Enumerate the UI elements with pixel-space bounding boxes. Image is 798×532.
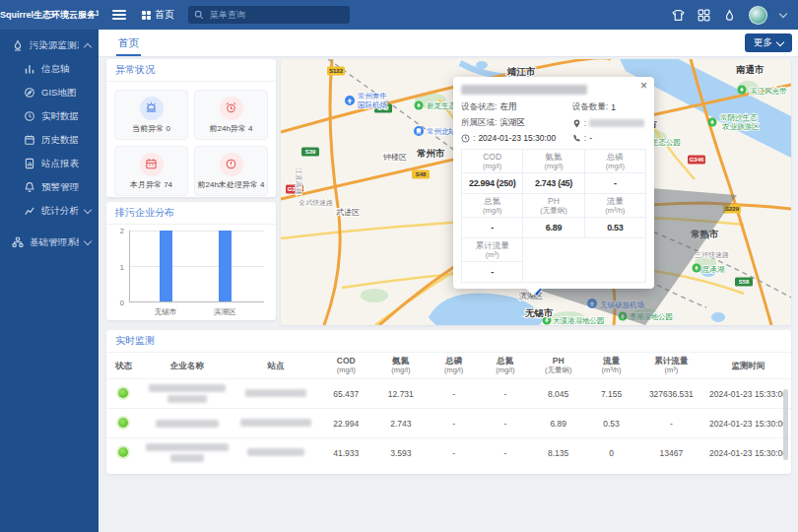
chart-x-axis: 无锡市 滨湖区 xyxy=(129,304,264,318)
field-label: 设备状态: xyxy=(461,101,497,113)
sidebar-item-label: GIS地图 xyxy=(41,87,91,100)
metric-value-ph: 6.89 xyxy=(523,218,584,238)
more-button[interactable]: 更多 xyxy=(745,33,792,52)
table-header-row: 状态 企业名称 站点 COD(mg/l) 氨氮(mg/l) 总磷(mg/l) 总… xyxy=(106,353,791,379)
svg-text:常州市: 常州市 xyxy=(417,148,445,159)
svg-text:三环快速路: 三环快速路 xyxy=(695,251,729,259)
redacted-company-name xyxy=(167,395,207,403)
sidebar-item-realtime-data[interactable]: 实时数据 xyxy=(0,104,99,128)
pollution-system-icon xyxy=(12,39,24,51)
phone-value: - xyxy=(589,133,592,143)
status-dot xyxy=(118,447,128,457)
enterprise-distribution-panel: 排污企业分布 2 1 0 无锡市 滨湖区 xyxy=(106,202,276,320)
sidebar-item-statistics[interactable]: 统计分析 xyxy=(0,199,99,223)
realtime-monitor-table: 状态 企业名称 站点 COD(mg/l) 氨氮(mg/l) 总磷(mg/l) 总… xyxy=(106,353,791,467)
svg-text:大溪港湿地公园: 大溪港湿地公园 xyxy=(553,316,605,325)
metric-value-flow: 0.53 xyxy=(585,218,646,238)
svg-text:生态公园: 生态公园 xyxy=(650,138,681,147)
sidebar-item-alert-management[interactable]: 预警管理 xyxy=(0,175,99,199)
sidebar-item-station-report[interactable]: 站点报表 xyxy=(0,152,99,175)
svg-text:S39: S39 xyxy=(305,149,316,155)
app-logo: Squirrel生态环境云服务平台 xyxy=(0,9,99,22)
sidebar-item-label: 站点报表 xyxy=(41,158,91,170)
svg-text:无锡市: 无锡市 xyxy=(524,307,554,318)
sidebar-item-label: 统计分析 xyxy=(41,205,79,218)
svg-text:靖江市: 靖江市 xyxy=(506,66,536,77)
location-pin-icon xyxy=(572,119,581,128)
table-row[interactable]: 65.437 12.731 - - 8.045 7.155 327636.531… xyxy=(106,379,791,409)
sidebar-item-label: 预警管理 xyxy=(41,181,91,194)
sidebar-group-pollution-monitor[interactable]: 污染源监测系统 xyxy=(0,33,99,57)
search-input[interactable] xyxy=(208,9,330,21)
line-chart-icon xyxy=(24,205,35,217)
calendar-alert-icon xyxy=(140,153,164,176)
chevron-down-icon[interactable] xyxy=(779,10,787,18)
stat-card-unhandled-abnormal: 前24h未处理异常 4 xyxy=(194,146,268,196)
panel-title: 异常状况 xyxy=(106,59,276,82)
menu-search[interactable] xyxy=(188,6,350,24)
alert-bell-icon xyxy=(24,181,35,193)
redacted-station-name xyxy=(247,448,304,456)
sidebar-item-info-axis[interactable]: 信息轴 xyxy=(0,57,99,81)
sidebar-group-label: 污染源监测系统 xyxy=(30,39,79,52)
hamburger-icon[interactable] xyxy=(112,10,126,20)
topbar-actions xyxy=(672,6,798,25)
table-scrollbar[interactable] xyxy=(783,389,788,460)
panel-title: 排污企业分布 xyxy=(106,202,276,225)
chevron-up-icon xyxy=(84,42,92,50)
airport-icon xyxy=(345,96,355,105)
park-icon xyxy=(708,118,717,127)
bar-chart-icon xyxy=(24,63,35,75)
map-panel[interactable]: S122 G42 S39 G312 S48 G2 S19 G346 S229 S… xyxy=(281,59,791,325)
sidebar-item-gis-map[interactable]: GIS地图 xyxy=(0,81,99,104)
more-button-label: 更多 xyxy=(754,36,772,49)
metric-value-total-flow: - xyxy=(462,262,523,283)
table-row[interactable]: 41.933 3.593 - - 8.135 0 13467 2024-01-2… xyxy=(106,438,791,468)
svg-text:S48: S48 xyxy=(416,171,427,177)
flame-icon[interactable] xyxy=(723,9,736,22)
user-avatar[interactable] xyxy=(749,6,767,25)
theme-skin-icon[interactable] xyxy=(672,9,685,22)
topbar: Squirrel生态环境云服务平台 首页 xyxy=(0,0,798,30)
sidebar-group-base-system[interactable]: 基础管理系统 xyxy=(0,231,99,254)
chevron-down-icon xyxy=(84,206,92,214)
redacted-company-name xyxy=(156,420,219,428)
redacted-station-name xyxy=(461,85,587,95)
svg-text:江宜高速: 江宜高速 xyxy=(295,167,302,195)
svg-text:常阴沙生态: 常阴沙生态 xyxy=(720,113,758,122)
sidebar-item-label: 历史数据 xyxy=(41,134,91,147)
svg-text:金武快速路: 金武快速路 xyxy=(299,199,333,207)
app-window: Squirrel生态环境云服务平台 首页 污染源监测系统 xyxy=(0,0,798,532)
abnormal-status-panel: 异常状况 当前异常 0 前24h异常 4 xyxy=(106,59,276,197)
compass-icon xyxy=(24,87,35,99)
table-row[interactable]: 22.994 2.743 - - 6.89 0.53 - 2024-01-23 … xyxy=(106,409,791,438)
status-dot xyxy=(118,418,128,428)
device-status-value: 在用 xyxy=(499,101,516,113)
main-content: 首页 更多 异常状况 当前异常 0 前24h异常 4 xyxy=(99,30,798,532)
stat-card-24h-abnormal: 前24h异常 4 xyxy=(194,90,268,140)
grid-icon xyxy=(142,11,151,20)
station-info-popup: × 设备状态:在用 设备数量:1 所属区域:滨湖区 : xyxy=(453,77,654,289)
region-value: 滨湖区 xyxy=(499,117,525,129)
svg-text:昆承湖: 昆承湖 xyxy=(702,265,725,274)
svg-text:常州北站: 常州北站 xyxy=(427,127,457,136)
tab-home[interactable]: 首页 xyxy=(116,30,141,56)
svg-text:钟楼区: 钟楼区 xyxy=(382,153,407,162)
search-icon xyxy=(194,10,204,20)
redacted-company-name xyxy=(149,384,226,392)
redacted-station-name xyxy=(245,389,306,397)
chart-bar xyxy=(160,231,172,301)
multi-screen-icon[interactable] xyxy=(698,9,710,22)
svg-text:G346: G346 xyxy=(690,157,704,163)
sidebar: 污染源监测系统 信息轴 GIS地图 实时数据 历史数据 站点报表 xyxy=(0,30,99,532)
close-icon[interactable]: × xyxy=(640,80,647,92)
phone-icon xyxy=(572,134,581,143)
chevron-down-icon xyxy=(776,37,784,45)
status-dot xyxy=(118,388,128,398)
stat-card-label: 前24h未处理异常 4 xyxy=(197,179,264,190)
topbar-home-nav[interactable]: 首页 xyxy=(142,8,174,22)
realtime-monitor-panel: 实时监测 状态 企业名称 站点 COD(mg/l) 氨氮(mg/l) 总磷(mg… xyxy=(106,330,791,474)
sidebar-item-history-data[interactable]: 历史数据 xyxy=(0,128,99,152)
sitemap-icon xyxy=(12,236,24,248)
svg-text:常州奔牛: 常州奔牛 xyxy=(358,92,388,100)
